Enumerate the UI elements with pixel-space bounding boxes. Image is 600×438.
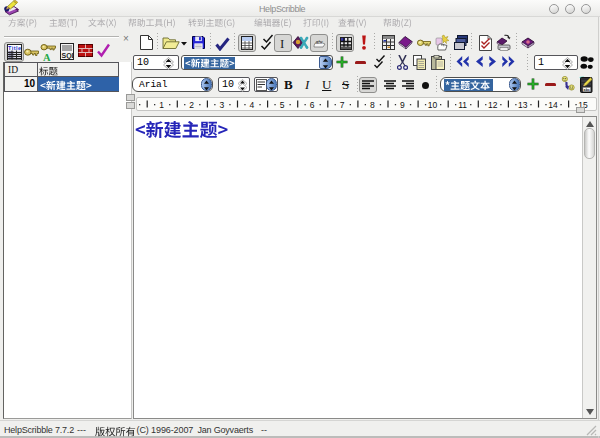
svg-text:3: 3 (219, 100, 224, 110)
svg-text:12: 12 (488, 100, 498, 110)
svg-text:5: 5 (280, 100, 285, 110)
svg-text:6: 6 (310, 100, 315, 110)
svg-text:14: 14 (548, 100, 558, 110)
svg-text:Title: Title (8, 45, 21, 51)
svg-text:SQL: SQL (62, 52, 75, 60)
svg-text:abr: abr (316, 39, 324, 45)
svg-text:8: 8 (370, 100, 375, 110)
svg-text:A: A (43, 52, 51, 62)
svg-text:1: 1 (159, 100, 164, 110)
svg-text:11: 11 (458, 100, 467, 110)
svg-text:10: 10 (428, 100, 438, 110)
svg-text:2: 2 (189, 100, 194, 110)
svg-text:abc: abc (584, 88, 590, 92)
svg-text:9: 9 (400, 100, 405, 110)
svg-text:4: 4 (250, 100, 255, 110)
svg-text:7: 7 (340, 100, 345, 110)
svg-text:13: 13 (518, 100, 528, 110)
